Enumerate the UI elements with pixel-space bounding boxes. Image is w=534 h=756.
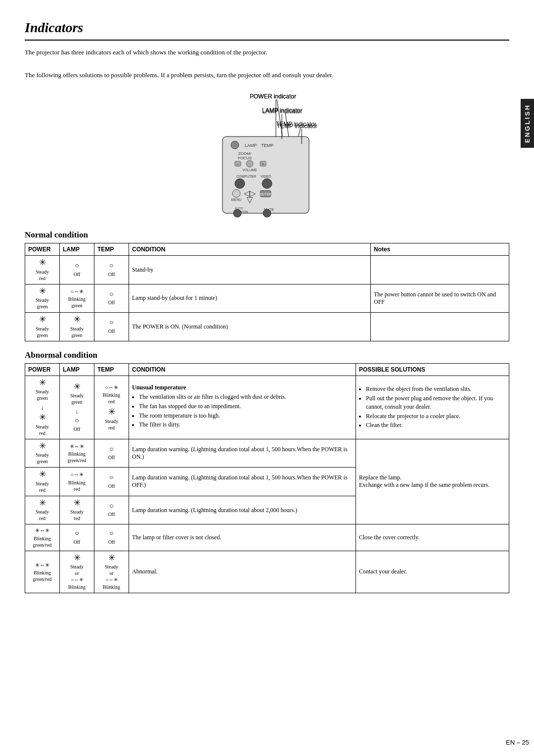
normal-row-2: ✳ Steadygreen ○↔✳ Blinkinggreen ○ Off La… xyxy=(25,284,509,313)
abnormal-row1-condition: Unusual temperature The ventilation slit… xyxy=(129,376,356,439)
abnormal-row4-temp: ○ Off xyxy=(94,496,129,524)
svg-text:VIDEO: VIDEO xyxy=(261,175,271,178)
normal-row1-lamp: ○ Off xyxy=(60,256,94,284)
abnormal-row1-lamp: ✳ Steadygreen ↓ ○ Off xyxy=(60,376,94,439)
normal-row3-power: ✳ Steadygreen xyxy=(25,313,60,341)
title-divider xyxy=(25,40,509,41)
normal-row-3: ✳ Steadygreen ✳ Steadygreen ○ Off The PO… xyxy=(25,313,509,341)
normal-row1-temp: ○ Off xyxy=(94,256,129,284)
abnormal-row1-power: ✳ Steadygreen ↓ ✳ Steadyred xyxy=(25,376,60,439)
page-number: EN – 25 xyxy=(506,739,529,746)
svg-line-6 xyxy=(277,99,283,139)
abnormal-row5-lamp: ○ Off xyxy=(60,524,94,551)
abnormal-row6-temp: ✳ Steadyor ○↔✳ Blinking xyxy=(94,551,129,593)
abnormal-row6-condition: Abnormal. xyxy=(129,551,356,593)
abnormal-row4-condition: Lamp duration warning. (Lightning durati… xyxy=(129,496,356,524)
abnormal-row2-power: ✳ Steadygreen xyxy=(25,439,60,468)
abnormal-row2-condition: Lamp duration warning. (Lightning durati… xyxy=(129,439,356,468)
abnormal-row5-temp: ○ Off xyxy=(94,524,129,551)
normal-row1-notes xyxy=(371,256,509,284)
projector-diagram: POWER indicator LAMP indicator TEMP indi… xyxy=(25,90,509,218)
svg-text:−: − xyxy=(236,162,239,167)
normal-condition-title: Normal condition xyxy=(25,230,509,240)
abnormal-row3-condition: Lamp duration warning. (Lightning durati… xyxy=(129,468,356,496)
abnormal-row6-power: ✳↔✳ Blinkinggreen/red xyxy=(25,551,60,593)
abnormal-row3-lamp: ○↔✳ Blinkingred xyxy=(60,468,94,496)
svg-text:ZOOM/: ZOOM/ xyxy=(238,151,252,156)
svg-point-24 xyxy=(262,179,272,189)
svg-text:LAMP: LAMP xyxy=(245,143,257,148)
normal-row-1: ✳ Steadyred ○ Off ○ Off Stand-by xyxy=(25,256,509,284)
abnormal-condition-table: POWER LAMP TEMP CONDITION POSSIBLE SOLUT… xyxy=(25,363,509,593)
svg-point-10 xyxy=(231,141,239,149)
abnormal-row3-temp: ○ Off xyxy=(94,468,129,496)
svg-text:MENU: MENU xyxy=(231,198,242,201)
svg-point-25 xyxy=(232,189,240,197)
temp-indicator-label: TEMP indicator xyxy=(276,121,316,128)
abnormal-row5-condition: The lamp or filter cover is not closed. xyxy=(129,524,356,551)
normal-header-power: POWER xyxy=(25,243,60,256)
intro-paragraph-2: The following offers solutions to possib… xyxy=(25,70,509,80)
abnormal-header-solutions: POSSIBLE SOLUTIONS xyxy=(356,363,509,376)
abnormal-row1-solutions: Remove the object from the ventilation s… xyxy=(356,376,509,439)
abnormal-condition-title: Abnormal condition xyxy=(25,350,509,360)
abnormal-row2-lamp: ✳↔✳ Blinkinggreen/red xyxy=(60,439,94,468)
abnormal-row4-power: ✳ Steadyred xyxy=(25,496,60,524)
svg-point-35 xyxy=(263,209,271,217)
normal-row2-power: ✳ Steadygreen xyxy=(25,284,60,313)
power-indicator-label: POWER indicator xyxy=(250,93,296,100)
abnormal-row5-solutions: Close the cover correctly. xyxy=(356,524,509,551)
abnormal-row5-power: ✳↔✳ Blinkinggreen/red xyxy=(25,524,60,551)
abnormal-row-abnormal: ✳↔✳ Blinkinggreen/red ✳ Steadyor ○↔✳ Bli… xyxy=(25,551,509,593)
svg-text:FOCUS: FOCUS xyxy=(238,156,252,160)
abnormal-row1-temp: ○↔✳ Blinkingred ✳ Steadyred xyxy=(94,376,129,439)
intro-paragraph-1: The projector has three indicators each … xyxy=(25,47,509,57)
abnormal-row2-solutions: Replace the lamp.Exchange with a new lam… xyxy=(356,439,509,524)
abnormal-row-unusual-temp: ✳ Steadygreen ↓ ✳ Steadyred ✳ Steadygree… xyxy=(25,376,509,439)
abnormal-row6-solutions: Contact your dealer. xyxy=(356,551,509,593)
normal-row1-condition: Stand-by xyxy=(129,256,371,284)
normal-row3-notes xyxy=(371,313,509,341)
language-tab: ENGLISH xyxy=(521,99,534,148)
svg-text:+: + xyxy=(262,162,264,167)
svg-text:▽: ▽ xyxy=(247,195,253,204)
abnormal-header-power: POWER xyxy=(25,363,60,376)
abnormal-row-cover: ✳↔✳ Blinkinggreen/red ○ Off ○ Off The la… xyxy=(25,524,509,551)
normal-header-condition: CONDITION xyxy=(129,243,371,256)
normal-row2-condition: Lamp stand-by (about for 1 minute) xyxy=(129,284,371,313)
normal-header-temp: TEMP xyxy=(94,243,129,256)
lamp-indicator-label: LAMP indicator xyxy=(262,107,302,114)
normal-condition-table: POWER LAMP TEMP CONDITION Notes ✳ Steady… xyxy=(25,243,509,341)
page-title: Indicators xyxy=(25,20,509,36)
abnormal-header-temp: TEMP xyxy=(94,363,129,376)
normal-row3-lamp: ✳ Steadygreen xyxy=(60,313,94,341)
normal-row2-notes: The power button cannot be used to switc… xyxy=(371,284,509,313)
abnormal-header-lamp: LAMP xyxy=(60,363,94,376)
svg-text:COMPUTER: COMPUTER xyxy=(236,175,256,178)
abnormal-row-lamp-1500-on: ✳ Steadygreen ✳↔✳ Blinkinggreen/red ○ Of… xyxy=(25,439,509,468)
normal-row3-temp: ○ Off xyxy=(94,313,129,341)
abnormal-row3-power: ✳ Steadyred xyxy=(25,468,60,496)
abnormal-row2-temp: ○ Off xyxy=(94,439,129,468)
normal-header-lamp: LAMP xyxy=(60,243,94,256)
abnormal-row6-lamp: ✳ Steadyor ○↔✳ Blinking xyxy=(60,551,94,593)
svg-point-23 xyxy=(235,179,245,189)
projector-body-svg: POWER indicator LAMP indicator TEMP indi… xyxy=(163,90,371,218)
normal-row2-temp: ○ Off xyxy=(94,284,129,313)
abnormal-row4-lamp: ✳ Steadyred xyxy=(60,496,94,524)
svg-point-17 xyxy=(246,160,253,167)
normal-row2-lamp: ○↔✳ Blinkinggreen xyxy=(60,284,94,313)
normal-header-notes: Notes xyxy=(371,243,509,256)
svg-point-34 xyxy=(233,209,241,217)
abnormal-header-condition: CONDITION xyxy=(129,363,356,376)
normal-row1-power: ✳ Steadyred xyxy=(25,256,60,284)
svg-text:VOLUME: VOLUME xyxy=(242,168,257,172)
normal-row3-condition: The POWER is ON. (Normal condition) xyxy=(129,313,371,341)
svg-text:TEMP: TEMP xyxy=(261,143,273,148)
svg-text:ENTER: ENTER xyxy=(260,192,271,196)
